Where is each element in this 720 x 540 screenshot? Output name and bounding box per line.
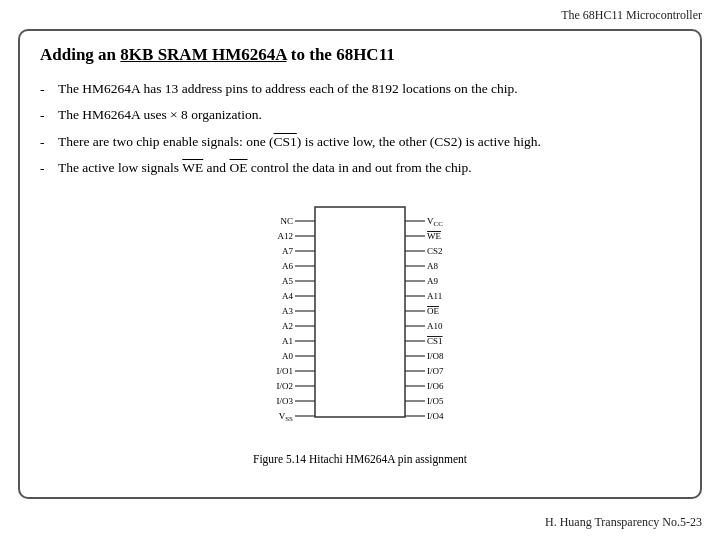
bullet-dash: - xyxy=(40,159,52,179)
chip-diagram: /* rendered below */ NC A12 A7 A6 A5 A4 … xyxy=(245,197,475,447)
bullet-text: The HM6264A uses × 8 organization. xyxy=(58,105,680,125)
svg-text:A8: A8 xyxy=(427,261,438,271)
figure-caption: Figure 5.14 Hitachi HM6264A pin assignme… xyxy=(40,453,680,465)
svg-text:I/O6: I/O6 xyxy=(427,381,444,391)
footer-text: H. Huang Transparency No.5-23 xyxy=(545,515,702,529)
list-item: - There are two chip enable signals: one… xyxy=(40,132,680,153)
bullet-dash: - xyxy=(40,106,52,126)
list-item: - The HM6264A has 13 address pins to add… xyxy=(40,79,680,100)
page-footer: H. Huang Transparency No.5-23 xyxy=(527,511,720,534)
svg-text:I/O1: I/O1 xyxy=(277,366,294,376)
svg-text:A9: A9 xyxy=(427,276,438,286)
svg-rect-0 xyxy=(315,207,405,417)
bullet-dash: - xyxy=(40,80,52,100)
svg-text:A11: A11 xyxy=(427,291,442,301)
bullet-list: - The HM6264A has 13 address pins to add… xyxy=(40,79,680,179)
title-prefix: Adding an xyxy=(40,45,120,64)
svg-text:A5: A5 xyxy=(282,276,293,286)
svg-text:A4: A4 xyxy=(282,291,293,301)
bullet-text: There are two chip enable signals: one (… xyxy=(58,132,680,152)
svg-text:VSS: VSS xyxy=(279,411,293,423)
svg-text:NC: NC xyxy=(280,216,293,226)
svg-text:I/O7: I/O7 xyxy=(427,366,444,376)
list-item: - The HM6264A uses × 8 organization. xyxy=(40,105,680,126)
svg-text:A3: A3 xyxy=(282,306,293,316)
card-title: Adding an 8KB SRAM HM6264A to the 68HC11 xyxy=(40,45,680,65)
title-suffix: to the 68HC11 xyxy=(287,45,395,64)
svg-text:A0: A0 xyxy=(282,351,293,361)
svg-text:I/O8: I/O8 xyxy=(427,351,444,361)
svg-text:I/O2: I/O2 xyxy=(277,381,294,391)
main-card: Adding an 8KB SRAM HM6264A to the 68HC11… xyxy=(18,29,702,499)
svg-text:OE: OE xyxy=(427,306,439,316)
svg-text:A10: A10 xyxy=(427,321,443,331)
svg-text:VCC: VCC xyxy=(427,216,443,228)
svg-text:A7: A7 xyxy=(282,246,293,256)
svg-text:I/O4: I/O4 xyxy=(427,411,444,421)
bullet-text: The active low signals WE and OE control… xyxy=(58,158,680,178)
svg-text:WE: WE xyxy=(427,231,441,241)
svg-text:A12: A12 xyxy=(278,231,294,241)
list-item: - The active low signals WE and OE contr… xyxy=(40,158,680,179)
svg-text:A2: A2 xyxy=(282,321,293,331)
svg-text:CS2: CS2 xyxy=(427,246,443,256)
svg-text:I/O3: I/O3 xyxy=(277,396,294,406)
page-header: The 68HC11 Microcontroller xyxy=(0,0,720,27)
bullet-text: The HM6264A has 13 address pins to addre… xyxy=(58,79,680,99)
title-underline: 8KB SRAM HM6264A xyxy=(120,45,286,64)
svg-text:CS1: CS1 xyxy=(427,336,443,346)
header-title: The 68HC11 Microcontroller xyxy=(561,8,702,22)
svg-text:A6: A6 xyxy=(282,261,293,271)
svg-text:A1: A1 xyxy=(282,336,293,346)
bullet-dash: - xyxy=(40,133,52,153)
svg-text:I/O5: I/O5 xyxy=(427,396,444,406)
